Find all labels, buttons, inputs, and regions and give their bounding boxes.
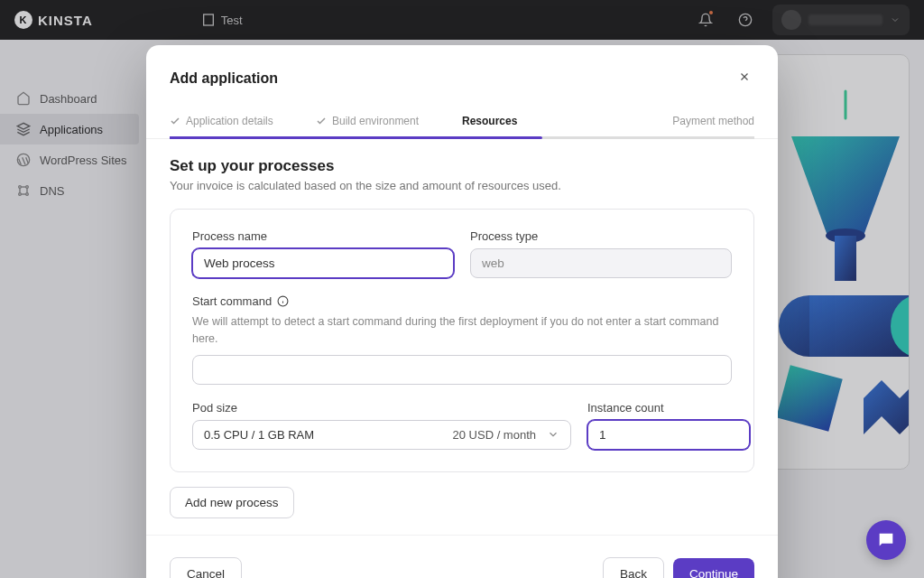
company-selector[interactable]: Test bbox=[201, 13, 243, 27]
close-icon bbox=[738, 70, 751, 83]
add-application-modal: Add application Application details Buil… bbox=[146, 45, 778, 578]
company-name: Test bbox=[221, 14, 243, 27]
cancel-button[interactable]: Cancel bbox=[170, 557, 242, 579]
close-button[interactable] bbox=[735, 65, 754, 91]
pod-size-select[interactable]: 0.5 CPU / 1 GB RAM 20 USD / month bbox=[192, 420, 571, 450]
svg-point-9 bbox=[19, 186, 22, 189]
section-subtitle: Your invoice is calculated based on the … bbox=[170, 179, 754, 192]
help-icon bbox=[738, 13, 753, 27]
pod-size-value: 0.5 CPU / 1 GB RAM bbox=[204, 428, 314, 442]
process-card: Process name Process type Start command … bbox=[170, 209, 754, 472]
sidebar-item-label: WordPress Sites bbox=[40, 154, 127, 167]
intercom-launcher[interactable] bbox=[866, 520, 906, 560]
section-title: Set up your processes bbox=[170, 157, 754, 175]
process-type-label: Process type bbox=[470, 229, 732, 243]
modal-title: Add application bbox=[170, 70, 278, 87]
svg-point-12 bbox=[26, 193, 29, 196]
process-name-input[interactable] bbox=[192, 248, 454, 278]
help-button[interactable] bbox=[733, 7, 758, 33]
home-icon bbox=[16, 91, 31, 106]
step-label: Build environment bbox=[332, 115, 419, 127]
step-label: Payment method bbox=[672, 115, 754, 127]
sidebar-item-label: Dashboard bbox=[40, 92, 97, 106]
svg-rect-23 bbox=[776, 365, 842, 431]
chat-icon bbox=[876, 530, 896, 550]
back-button[interactable]: Back bbox=[603, 557, 664, 579]
logo-text: KINSTA bbox=[38, 13, 93, 28]
info-icon[interactable] bbox=[277, 295, 289, 307]
avatar bbox=[781, 10, 801, 30]
svg-rect-19 bbox=[835, 236, 856, 281]
step-label: Application details bbox=[186, 115, 273, 127]
wordpress-icon bbox=[16, 153, 31, 167]
pod-size-label: Pod size bbox=[192, 401, 571, 415]
logo-badge-icon: K bbox=[14, 11, 32, 29]
layers-icon bbox=[16, 122, 31, 136]
notification-dot-icon bbox=[709, 11, 713, 14]
instance-count-input[interactable] bbox=[587, 420, 750, 450]
process-name-label: Process name bbox=[192, 229, 454, 243]
step-application-details[interactable]: Application details bbox=[170, 106, 316, 138]
bell-icon bbox=[698, 13, 713, 27]
topbar: K KINSTA Test bbox=[0, 0, 924, 40]
svg-point-11 bbox=[19, 193, 22, 196]
add-process-button[interactable]: Add new process bbox=[170, 487, 294, 518]
step-resources[interactable]: Resources bbox=[462, 106, 608, 138]
notifications-button[interactable] bbox=[693, 7, 718, 33]
sidebar-item-wordpress[interactable]: WordPress Sites bbox=[0, 144, 144, 175]
sidebar-item-applications[interactable]: Applications bbox=[0, 114, 139, 144]
sidebar-item-label: DNS bbox=[40, 184, 64, 198]
start-command-input[interactable] bbox=[192, 355, 732, 385]
instance-count-label: Instance count bbox=[587, 401, 750, 415]
process-type-input bbox=[470, 248, 732, 278]
start-command-hint: We will attempt to detect a start comman… bbox=[192, 313, 732, 348]
sidebar-item-label: Applications bbox=[40, 123, 103, 136]
step-build-environment[interactable]: Build environment bbox=[316, 106, 462, 138]
stepper: Application details Build environment Re… bbox=[146, 106, 778, 139]
svg-point-10 bbox=[26, 186, 29, 189]
chevron-down-icon bbox=[890, 14, 901, 25]
logo[interactable]: K KINSTA bbox=[14, 11, 93, 29]
chevron-down-icon bbox=[547, 428, 559, 441]
building-icon bbox=[201, 13, 216, 27]
check-icon bbox=[170, 116, 180, 126]
continue-button[interactable]: Continue bbox=[673, 558, 754, 579]
sidebar-item-dashboard[interactable]: Dashboard bbox=[0, 83, 144, 114]
account-name bbox=[808, 14, 882, 25]
start-command-label: Start command bbox=[192, 294, 732, 308]
svg-rect-0 bbox=[203, 14, 213, 25]
sidebar: Dashboard Applications WordPress Sites D… bbox=[0, 40, 144, 578]
step-label: Resources bbox=[462, 115, 517, 127]
check-icon bbox=[316, 116, 327, 126]
account-menu[interactable] bbox=[772, 5, 910, 35]
step-payment-method[interactable]: Payment method bbox=[608, 106, 754, 138]
sidebar-item-dns[interactable]: DNS bbox=[0, 175, 144, 206]
dns-icon bbox=[16, 183, 31, 198]
pod-price: 20 USD / month bbox=[453, 428, 537, 442]
svg-marker-7 bbox=[17, 123, 29, 129]
